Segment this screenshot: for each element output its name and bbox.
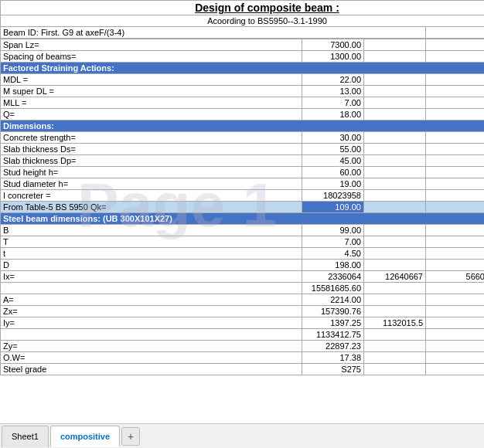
cell-value <box>426 306 485 317</box>
cell-value: 30.00 <box>302 132 364 144</box>
cell-value: 22.00 <box>302 74 364 86</box>
cell-label: Steel grade <box>1 364 302 375</box>
cell-value <box>426 225 485 236</box>
table-row: Steel gradeS275 <box>1 364 485 375</box>
cell-value: 7300.00 <box>302 39 364 51</box>
table-row: Q=18.00Kn <box>1 109 485 120</box>
cell-label: Ix= <box>1 271 302 283</box>
tab-compositive[interactable]: compositive <box>50 426 120 447</box>
cell-label: Iy= <box>1 317 302 329</box>
tab-bar: Sheet1 compositive + <box>0 423 484 448</box>
cell-value <box>364 155 426 167</box>
cell-value <box>426 283 485 294</box>
cell-value <box>426 144 485 155</box>
cell-value: 12640667 <box>364 271 426 283</box>
cell-value <box>426 236 485 248</box>
cell-value <box>426 74 485 86</box>
cell-value: 99.00 <box>302 225 364 236</box>
title-row: Design of composite beam : <box>1 1 485 15</box>
cell-value: 157390.76 <box>302 306 364 317</box>
cell-value <box>364 144 426 155</box>
cell-label <box>1 329 302 341</box>
beam-id-label: Beam ID: First. G9 at axeF/(3-4) <box>1 27 426 39</box>
cell-value <box>364 352 426 364</box>
cell-label: A= <box>1 294 302 306</box>
table-row: Zy=22897.23mm3 <box>1 341 485 352</box>
cell-value <box>426 86 485 97</box>
table-row: From Table-5 BS 5950 Qk=109.00kN <box>1 202 485 213</box>
cell-value <box>426 51 485 63</box>
table-row: Dimensions: <box>1 120 485 132</box>
cell-label: T <box>1 236 302 248</box>
cell-value <box>364 248 426 260</box>
cell-value <box>426 155 485 167</box>
cell-value <box>426 260 485 271</box>
table-row: M super DL =13.00kN.m <box>1 86 485 97</box>
cell-value <box>364 294 426 306</box>
table-row: Slab thickness Dp=45.00mm <box>1 155 485 167</box>
cell-value: 60.00 <box>302 167 364 178</box>
cell-value: 5660 <box>426 271 485 283</box>
table-row: 15581685.60mm4 <box>1 283 485 294</box>
cell-value: 4.50 <box>302 248 364 260</box>
table-row: A=2214.00mm2 <box>1 294 485 306</box>
table-row: Spacing of beams=1300.00mm <box>1 51 485 63</box>
cell-value <box>426 317 485 329</box>
cell-value <box>364 132 426 144</box>
table-row: MDL =22.00kN.m <box>1 74 485 86</box>
cell-value: 15581685.60 <box>302 283 364 294</box>
cell-value: 7.00 <box>302 97 364 109</box>
cell-value <box>426 39 485 51</box>
cell-value <box>426 109 485 120</box>
cell-value <box>364 202 426 213</box>
main-table: Design of composite beam : Acoording to … <box>0 0 484 39</box>
cell-value <box>364 341 426 352</box>
cell-label: Concrete strength= <box>1 132 302 144</box>
table-row: Zx=157390.76mm3 <box>1 306 485 317</box>
cell-value: S275 <box>302 364 364 375</box>
table-row: Iy=1397.251132015.5 <box>1 317 485 329</box>
cell-value: 18023958 <box>302 190 364 202</box>
table-row: Slab thickness Ds=55.00mm <box>1 144 485 155</box>
cell-value: 22897.23 <box>302 341 364 352</box>
cell-value: 1133412.75 <box>302 329 364 341</box>
table-row: MLL =7.00kN.m <box>1 97 485 109</box>
cell-label: D <box>1 260 302 271</box>
tab-sheet1-label: Sheet1 <box>12 432 39 441</box>
cell-value <box>364 190 426 202</box>
cell-label: Zx= <box>1 306 302 317</box>
cell-value <box>364 283 426 294</box>
cell-label: t <box>1 248 302 260</box>
cell-value <box>426 132 485 144</box>
cell-label: From Table-5 BS 5950 Qk= <box>1 202 302 213</box>
cell-value: 18.00 <box>302 109 364 120</box>
cell-value <box>364 329 426 341</box>
cell-value: 2214.00 <box>302 294 364 306</box>
cell-value: 45.00 <box>302 155 364 167</box>
tab-add-button[interactable]: + <box>121 427 140 446</box>
table-row: O.W=17.38Kg/m <box>1 352 485 364</box>
section-header-label: Steel beam dimensions: (UB 300X101X27) <box>1 213 485 225</box>
tab-sheet1[interactable]: Sheet1 <box>2 426 49 447</box>
table-row: t4.50mm <box>1 248 485 260</box>
table-row: Ix=2336064126406675660 <box>1 271 485 283</box>
cell-value <box>426 190 485 202</box>
cell-label: Stud height h= <box>1 167 302 178</box>
cell-value: 1300.00 <box>302 51 364 63</box>
table-row: D198.00mm <box>1 260 485 271</box>
section-header-label: Factored Straining Actions: <box>1 63 485 74</box>
table-row: I concreter =18023958mm4 <box>1 190 485 202</box>
cell-label: M super DL = <box>1 86 302 97</box>
cell-value: 55.00 <box>302 144 364 155</box>
cell-value: 109.00 <box>302 202 364 213</box>
spreadsheet-container: Page 1 Design of composite beam : Acoord… <box>0 0 484 423</box>
table-row: Steel beam dimensions: (UB 300X101X27) <box>1 213 485 225</box>
table-row: Stud height h=60.00mm <box>1 167 485 178</box>
tab-compositive-label: compositive <box>60 432 110 441</box>
cell-value <box>364 109 426 120</box>
cell-label <box>1 283 302 294</box>
page-subtitle: Acoording to BS5950--3.1-1990 <box>1 15 485 27</box>
cell-label: Stud diameter h= <box>1 178 302 190</box>
cell-value: 7.00 <box>302 236 364 248</box>
cell-value <box>364 167 426 178</box>
